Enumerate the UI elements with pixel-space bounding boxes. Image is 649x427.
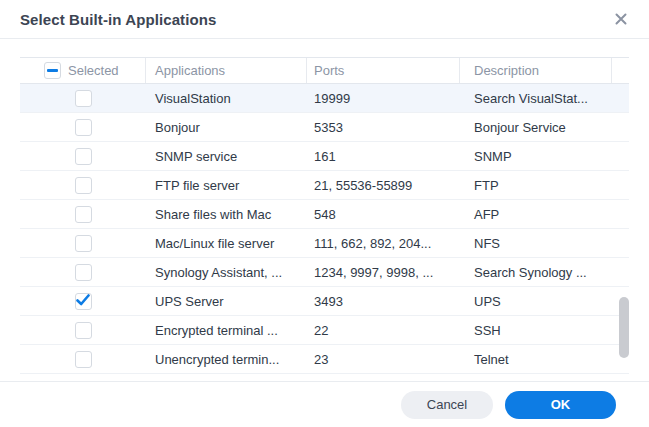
- row-checkbox[interactable]: [75, 177, 92, 194]
- application-name: Synology Assistant, ...: [146, 265, 307, 280]
- application-description: UPS: [460, 294, 612, 309]
- table-row[interactable]: Mac/Linux file server 111, 662, 892, 204…: [20, 229, 629, 258]
- application-name: Bonjour: [146, 120, 307, 135]
- column-header-ports[interactable]: Ports: [307, 58, 460, 83]
- row-checkbox[interactable]: [75, 264, 92, 281]
- table-row[interactable]: UPS Server 3493 UPS: [20, 287, 629, 316]
- row-selected-cell: [20, 148, 146, 165]
- row-checkbox[interactable]: [75, 148, 92, 165]
- close-button[interactable]: [613, 11, 629, 27]
- cancel-button[interactable]: Cancel: [401, 391, 493, 419]
- dialog-footer: Cancel OK: [0, 381, 649, 427]
- application-name: Unencrypted termin...: [146, 352, 307, 367]
- header-spacer: [612, 58, 629, 83]
- table-header-row: Selected Applications Ports Description: [20, 57, 629, 84]
- application-description: Search Synology ...: [460, 265, 612, 280]
- application-description: NFS: [460, 236, 612, 251]
- row-checkbox[interactable]: [75, 206, 92, 223]
- application-ports: 1234, 9997, 9998, ...: [307, 265, 460, 280]
- row-selected-cell: [20, 177, 146, 194]
- dialog-title: Select Built-in Applications: [20, 11, 216, 28]
- table-row[interactable]: Unencrypted termin... 23 Telnet: [20, 345, 629, 374]
- application-description: SNMP: [460, 149, 612, 164]
- row-checkbox[interactable]: [75, 90, 92, 107]
- table-row[interactable]: VisualStation 19999 Search VisualStat...: [20, 84, 629, 113]
- application-name: Encrypted terminal ...: [146, 323, 307, 338]
- table-row[interactable]: SNMP service 161 SNMP: [20, 142, 629, 171]
- application-ports: 548: [307, 207, 460, 222]
- vertical-scrollbar-thumb[interactable]: [619, 297, 629, 358]
- application-name: UPS Server: [146, 294, 307, 309]
- application-name: VisualStation: [146, 91, 307, 106]
- application-description: Bonjour Service: [460, 120, 612, 135]
- dialog-titlebar: Select Built-in Applications: [0, 0, 649, 39]
- application-description: Search VisualStat...: [460, 91, 612, 106]
- column-header-applications[interactable]: Applications: [146, 58, 307, 83]
- row-checkbox[interactable]: [75, 351, 92, 368]
- application-name: FTP file server: [146, 178, 307, 193]
- application-ports: 5353: [307, 120, 460, 135]
- application-description: FTP: [460, 178, 612, 193]
- application-description: AFP: [460, 207, 612, 222]
- row-selected-cell: [20, 293, 146, 310]
- row-selected-cell: [20, 322, 146, 339]
- select-all-checkbox[interactable]: [44, 62, 61, 79]
- application-ports: 22: [307, 323, 460, 338]
- row-selected-cell: [20, 119, 146, 136]
- application-ports: 111, 662, 892, 204...: [307, 236, 460, 251]
- ok-button[interactable]: OK: [505, 391, 616, 419]
- application-name: Share files with Mac: [146, 207, 307, 222]
- application-ports: 21, 55536-55899: [307, 178, 460, 193]
- column-header-selected[interactable]: Selected: [20, 58, 146, 83]
- table-body: VisualStation 19999 Search VisualStat...…: [20, 84, 629, 374]
- application-description: Telnet: [460, 352, 612, 367]
- row-checkbox[interactable]: [75, 293, 92, 310]
- application-description: SSH: [460, 323, 612, 338]
- table-row[interactable]: Share files with Mac 548 AFP: [20, 200, 629, 229]
- table-row[interactable]: Encrypted terminal ... 22 SSH: [20, 316, 629, 345]
- close-icon: [615, 13, 627, 25]
- row-selected-cell: [20, 90, 146, 107]
- table-row[interactable]: FTP file server 21, 55536-55899 FTP: [20, 171, 629, 200]
- row-selected-cell: [20, 264, 146, 281]
- checkmark-icon: [76, 294, 90, 306]
- application-name: SNMP service: [146, 149, 307, 164]
- application-ports: 23: [307, 352, 460, 367]
- select-built-in-applications-dialog: Select Built-in Applications Selected Ap…: [0, 0, 649, 39]
- application-ports: 19999: [307, 91, 460, 106]
- applications-table: Selected Applications Ports Description …: [20, 57, 629, 374]
- column-header-description[interactable]: Description: [460, 58, 612, 83]
- row-checkbox[interactable]: [75, 235, 92, 252]
- row-checkbox[interactable]: [75, 119, 92, 136]
- row-selected-cell: [20, 351, 146, 368]
- application-ports: 3493: [307, 294, 460, 309]
- table-row[interactable]: Synology Assistant, ... 1234, 9997, 9998…: [20, 258, 629, 287]
- selected-column-label: Selected: [68, 63, 119, 78]
- row-selected-cell: [20, 206, 146, 223]
- indeterminate-minus-icon: [47, 69, 58, 72]
- application-name: Mac/Linux file server: [146, 236, 307, 251]
- row-checkbox[interactable]: [75, 322, 92, 339]
- application-ports: 161: [307, 149, 460, 164]
- table-row[interactable]: Bonjour 5353 Bonjour Service: [20, 113, 629, 142]
- row-selected-cell: [20, 235, 146, 252]
